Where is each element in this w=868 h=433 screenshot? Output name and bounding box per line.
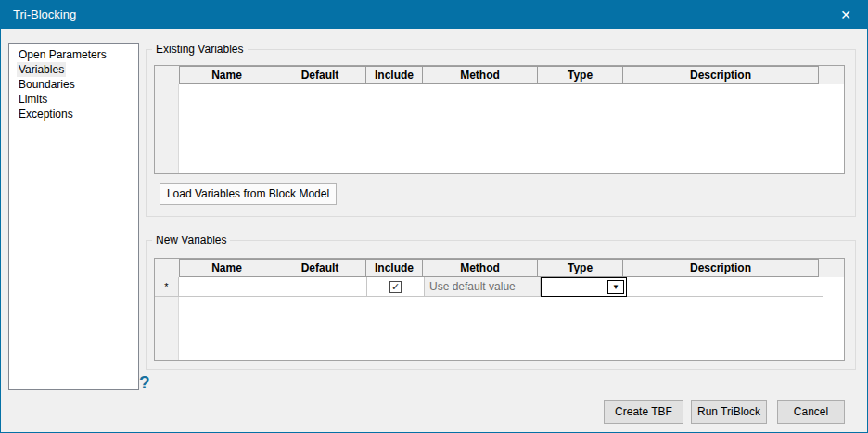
existing-variables-group: Existing Variables Name Default Include … <box>146 49 856 217</box>
column-header-default[interactable]: Default <box>274 66 366 84</box>
sidebar-item-exceptions[interactable]: Exceptions <box>9 107 138 121</box>
new-row-indicator: * <box>155 277 179 297</box>
corner-header-cell <box>155 66 179 84</box>
window-title: Tri-Blocking <box>13 1 76 29</box>
sidebar-item-open-parameters[interactable]: Open Parameters <box>9 47 138 62</box>
sidebar-item-limits[interactable]: Limits <box>9 92 138 107</box>
include-checkbox[interactable]: ✓ <box>389 281 402 293</box>
new-variables-group-label: New Variables <box>152 233 230 248</box>
cancel-button[interactable]: Cancel <box>777 400 845 424</box>
parameters-listbox: Open Parameters Variables Boundaries Lim… <box>8 43 139 390</box>
column-header-default[interactable]: Default <box>274 259 366 277</box>
load-variables-button[interactable]: Load Variables from Block Model <box>160 183 337 205</box>
column-header-type[interactable]: Type <box>537 259 623 277</box>
include-cell: ✓ <box>367 277 425 297</box>
new-table-header: Name Default Include Method Type Descrip… <box>155 259 844 277</box>
sidebar-item-variables[interactable]: Variables <box>9 62 138 77</box>
new-variables-group: New Variables Name Default Include Metho… <box>146 240 856 370</box>
column-header-description[interactable]: Description <box>622 259 819 277</box>
column-header-name[interactable]: Name <box>179 259 274 277</box>
existing-variables-group-label: Existing Variables <box>152 42 248 57</box>
row-filler <box>823 277 844 297</box>
description-cell[interactable] <box>627 277 823 297</box>
header-filler <box>819 259 844 277</box>
tri-blocking-dialog: Tri-Blocking ✕ Open Parameters Variables… <box>0 0 868 433</box>
column-header-method[interactable]: Method <box>422 66 538 84</box>
corner-header-cell <box>155 259 179 277</box>
run-triblock-button[interactable]: Run TriBlock <box>691 400 767 424</box>
header-filler <box>819 66 844 84</box>
column-header-include[interactable]: Include <box>365 66 423 84</box>
default-cell[interactable] <box>274 277 367 297</box>
help-icon: ? <box>139 373 150 392</box>
column-header-type[interactable]: Type <box>537 66 623 84</box>
new-variables-table[interactable]: Name Default Include Method Type Descrip… <box>154 258 845 361</box>
new-variable-row: * ✓ Use default value ▼ <box>155 277 844 297</box>
existing-table-header: Name Default Include Method Type Descrip… <box>155 66 844 84</box>
column-header-include[interactable]: Include <box>365 259 423 277</box>
help-button[interactable]: ? <box>139 371 158 395</box>
close-icon: ✕ <box>840 8 851 21</box>
column-header-description[interactable]: Description <box>622 66 819 84</box>
type-dropdown[interactable]: ▼ <box>541 277 627 297</box>
name-cell[interactable] <box>179 277 274 297</box>
method-cell: Use default value <box>425 277 541 297</box>
column-header-method[interactable]: Method <box>422 259 538 277</box>
create-tbf-button[interactable]: Create TBF <box>604 400 683 424</box>
column-header-name[interactable]: Name <box>179 66 274 84</box>
titlebar: Tri-Blocking ✕ <box>1 1 867 29</box>
close-button[interactable]: ✕ <box>824 1 867 29</box>
check-icon: ✓ <box>391 282 400 292</box>
sidebar-item-boundaries[interactable]: Boundaries <box>9 77 138 92</box>
type-dropdown-button[interactable]: ▼ <box>607 280 624 294</box>
chevron-down-icon: ▼ <box>612 284 619 291</box>
existing-variables-table[interactable]: Name Default Include Method Type Descrip… <box>154 65 845 174</box>
